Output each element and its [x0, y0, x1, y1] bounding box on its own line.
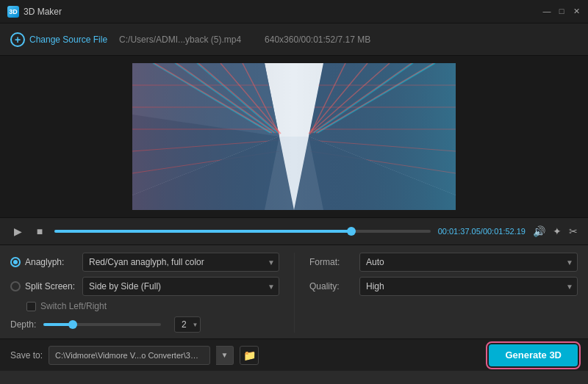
title-bar-controls: — □ ✕ [542, 7, 581, 16]
cut-icon[interactable]: ✂ [569, 225, 578, 237]
anaglyph-radio[interactable] [10, 257, 21, 267]
quality-label: Quality: [309, 281, 354, 291]
quality-select[interactable]: High Medium Low [359, 277, 578, 296]
options-right: Format: Auto MP4 MKV AVI ▼ Quality: High… [294, 253, 578, 333]
file-stats: 640x360/00:01:52/7.17 MB [265, 35, 370, 45]
switch-label: Switch Left/Right [40, 301, 107, 311]
play-button[interactable]: ▶ [10, 224, 25, 239]
star-icon[interactable]: ✦ [553, 225, 562, 237]
switch-checkbox[interactable] [26, 302, 36, 311]
app-icon: 3D [7, 6, 19, 18]
format-select-wrap: Auto MP4 MKV AVI ▼ [359, 253, 578, 272]
split-screen-select-wrap: Side by Side (Full) Side by Side (Half) … [82, 277, 279, 296]
total-time: 00:01:52.19 [483, 227, 526, 236]
anaglyph-select[interactable]: Red/Cyan anaglyph, full color Red/Cyan a… [82, 253, 279, 272]
control-icons: 🔊 ✦ ✂ [533, 225, 578, 237]
split-screen-radio-label[interactable]: Split Screen: [10, 281, 76, 291]
save-path-dropdown-button[interactable]: ▼ [216, 346, 234, 365]
change-source-label: Change Source File [29, 35, 107, 45]
title-bar: 3D 3D Maker — □ ✕ [0, 0, 588, 23]
format-select[interactable]: Auto MP4 MKV AVI [359, 253, 578, 272]
options-left: Anaglyph: Red/Cyan anaglyph, full color … [10, 253, 294, 333]
time-display: 00:01:37.05/00:01:52.19 [438, 227, 526, 236]
open-folder-button[interactable]: 📁 [240, 346, 259, 365]
format-label: Format: [309, 257, 354, 267]
preview-area [0, 56, 588, 217]
anaglyph-label: Anaglyph: [25, 257, 64, 267]
depth-slider-track[interactable] [43, 323, 161, 326]
toolbar: + Change Source File C:/Users/ADMI...yba… [0, 23, 588, 56]
maximize-button[interactable]: □ [557, 7, 566, 16]
switch-checkbox-row: Switch Left/Right [26, 301, 279, 311]
progress-bar[interactable] [54, 230, 431, 233]
anaglyph-select-wrap: Red/Cyan anaglyph, full color Red/Cyan a… [82, 253, 279, 272]
depth-value-input[interactable] [174, 316, 201, 333]
play-icon: ▶ [14, 225, 22, 237]
save-path-text: C:\Vidmore\Vidmore V...o Converter\3D Ma… [55, 351, 202, 360]
volume-icon[interactable]: 🔊 [533, 225, 545, 237]
change-source-button[interactable]: + Change Source File [10, 32, 107, 47]
quality-select-wrap: High Medium Low ▼ [359, 277, 578, 296]
file-path: C:/Users/ADMI...yback (5).mp4 [119, 35, 241, 45]
video-preview [132, 63, 456, 210]
anaglyph-row: Anaglyph: Red/Cyan anaglyph, full color … [10, 253, 279, 272]
split-screen-label: Split Screen: [25, 281, 75, 291]
progress-fill [54, 230, 351, 233]
stop-icon: ■ [37, 225, 43, 237]
depth-value-wrap: ▼ [174, 316, 201, 333]
generate-3d-button[interactable]: Generate 3D [489, 344, 578, 366]
split-screen-select[interactable]: Side by Side (Full) Side by Side (Half) … [82, 277, 279, 296]
footer-bar: Save to: C:\Vidmore\Vidmore V...o Conver… [0, 338, 588, 371]
quality-row: Quality: High Medium Low ▼ [309, 277, 578, 296]
minimize-button[interactable]: — [542, 7, 551, 16]
format-row: Format: Auto MP4 MKV AVI ▼ [309, 253, 578, 272]
svg-rect-35 [132, 63, 456, 210]
current-time: 00:01:37.05 [438, 227, 481, 236]
split-screen-row: Split Screen: Side by Side (Full) Side b… [10, 277, 279, 296]
progress-thumb[interactable] [347, 227, 356, 236]
add-icon: + [10, 32, 25, 47]
anaglyph-radio-label[interactable]: Anaglyph: [10, 257, 76, 267]
folder-icon: 📁 [243, 349, 256, 361]
save-to-label: Save to: [10, 350, 43, 361]
depth-slider-wrap [43, 323, 161, 326]
preview-image [132, 63, 456, 210]
options-panel: Anaglyph: Red/Cyan anaglyph, full color … [0, 245, 588, 338]
depth-row: Depth: ▼ [10, 316, 279, 333]
split-screen-radio[interactable] [10, 281, 21, 291]
save-path-display: C:\Vidmore\Vidmore V...o Converter\3D Ma… [49, 346, 210, 365]
controls-bar: ▶ ■ 00:01:37.05/00:01:52.19 🔊 ✦ ✂ [0, 217, 588, 245]
close-button[interactable]: ✕ [572, 7, 581, 16]
stop-button[interactable]: ■ [32, 224, 47, 239]
depth-slider-thumb[interactable] [68, 320, 77, 329]
depth-label: Depth: [10, 319, 36, 330]
app-title: 3D Maker [24, 7, 62, 17]
title-bar-left: 3D 3D Maker [7, 6, 62, 18]
